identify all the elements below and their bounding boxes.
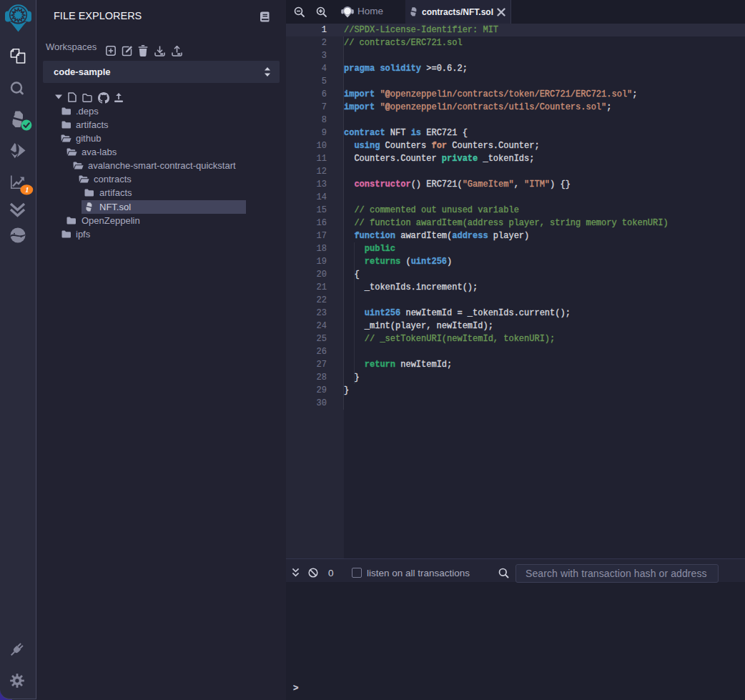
svg-text:1: 1: [25, 186, 29, 194]
